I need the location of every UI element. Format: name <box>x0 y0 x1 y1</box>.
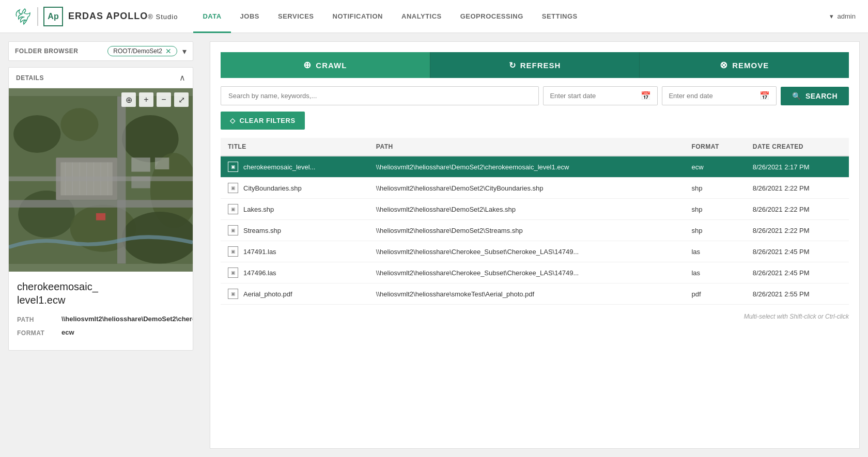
row-icon: ▣ <box>228 246 238 257</box>
refresh-icon: ↻ <box>509 60 516 70</box>
cell-path: \\heliosvmlt2\heliosshare\DemoSet2\chero… <box>369 156 685 178</box>
col-date: DATE CREATED <box>746 138 849 156</box>
refresh-label: REFRESH <box>520 61 561 70</box>
row-icon: ▣ <box>228 183 238 193</box>
cell-path: \\heliosvmlt2\heliosshare\DemoSet2\CityB… <box>369 178 685 199</box>
nav-geoprocessing[interactable]: GEOPROCESSING <box>451 1 533 33</box>
col-path: PATH <box>369 138 685 156</box>
cell-title: ▣ Lakes.shp <box>221 199 369 220</box>
locate-icon[interactable]: ⊕ <box>121 92 136 107</box>
search-button[interactable]: 🔍 SEARCH <box>781 87 849 105</box>
map-svg <box>9 88 193 272</box>
chevron-down-icon: ▾ <box>830 12 833 20</box>
remove-button[interactable]: ⊗ REMOVE <box>640 52 849 78</box>
format-label: FORMAT <box>17 328 53 337</box>
table-row[interactable]: ▣ 147491.las \\heliosvmlt2\heliosshare\C… <box>221 241 849 262</box>
cell-date: 8/26/2021 2:55 PM <box>746 283 849 305</box>
table-row[interactable]: ▣ cherokeemosaic_level... \\heliosvmlt2\… <box>221 156 849 178</box>
toolbar: ⊕ CRAWL ↻ REFRESH ⊗ REMOVE <box>221 52 849 78</box>
remove-label: REMOVE <box>732 61 769 70</box>
main-layout: FOLDER BROWSER ROOT/DemoSet2 ✕ ▾ DETAILS… <box>0 33 868 457</box>
details-header: DETAILS ∧ <box>9 68 193 88</box>
details-title: DETAILS <box>16 74 44 82</box>
row-icon: ▣ <box>228 267 238 278</box>
cell-path: \\heliosvmlt2\heliosshare\smokeTest\Aeri… <box>369 283 685 305</box>
svg-rect-19 <box>9 200 193 208</box>
folder-tag[interactable]: ROOT/DemoSet2 ✕ <box>107 46 177 56</box>
cell-format: las <box>684 241 745 262</box>
calendar-icon[interactable]: 📅 <box>641 91 651 101</box>
table-body: ▣ cherokeemosaic_level... \\heliosvmlt2\… <box>221 156 849 305</box>
map-controls: ⊕ + − ⤢ <box>121 92 189 107</box>
table-row[interactable]: ▣ Lakes.shp \\heliosvmlt2\heliosshare\De… <box>221 199 849 220</box>
table-header: TITLE PATH FORMAT DATE CREATED <box>221 138 849 156</box>
svg-point-3 <box>60 108 98 141</box>
path-label: PATH <box>17 315 53 323</box>
table-row[interactable]: ▣ Streams.shp \\heliosvmlt2\heliosshare\… <box>221 220 849 241</box>
svg-point-2 <box>13 115 60 153</box>
cell-format: shp <box>684 199 745 220</box>
user-menu[interactable]: ▾ admin <box>830 12 856 20</box>
folder-tag-text: ROOT/DemoSet2 <box>113 48 162 55</box>
nav-services[interactable]: SERVICES <box>269 1 323 33</box>
expand-icon[interactable]: ⤢ <box>174 92 189 107</box>
row-icon: ▣ <box>228 162 238 172</box>
search-bar: 📅 📅 🔍 SEARCH <box>221 86 849 105</box>
svg-rect-23 <box>155 157 169 169</box>
refresh-button[interactable]: ↻ REFRESH <box>430 52 640 78</box>
search-label: SEARCH <box>805 92 838 100</box>
cell-date: 8/26/2021 2:22 PM <box>746 220 849 241</box>
multiselect-hint: Multi-select with Shift-click or Ctrl-cl… <box>221 313 849 320</box>
table-row[interactable]: ▣ Aerial_photo.pdf \\heliosvmlt2\helioss… <box>221 283 849 305</box>
col-format: FORMAT <box>684 138 745 156</box>
start-date-input[interactable] <box>550 92 637 100</box>
search-name-input[interactable] <box>221 86 539 105</box>
end-date-input[interactable] <box>669 92 755 100</box>
chevron-down-icon[interactable]: ▾ <box>182 46 187 56</box>
details-collapse-icon[interactable]: ∧ <box>179 73 185 83</box>
folder-browser-bar: FOLDER BROWSER ROOT/DemoSet2 ✕ ▾ <box>8 41 193 61</box>
eagle-icon <box>12 7 32 26</box>
title-text: Streams.shp <box>243 227 281 234</box>
title-text: cherokeemosaic_level... <box>243 163 315 171</box>
end-date-input-wrapper: 📅 <box>662 86 777 105</box>
header: Ap ERDAS APOLLO® Studio DATA JOBS SERVIC… <box>0 0 868 33</box>
cell-date: 8/26/2021 2:22 PM <box>746 199 849 220</box>
map-preview: ⊕ + − ⤢ <box>9 88 193 272</box>
app-name: ERDAS APOLLO® Studio <box>68 11 178 22</box>
title-text: 147491.las <box>243 248 276 256</box>
cell-title: ▣ cherokeemosaic_level... <box>221 156 369 178</box>
table-row[interactable]: ▣ 147496.las \\heliosvmlt2\heliosshare\C… <box>221 262 849 283</box>
cell-path: \\heliosvmlt2\heliosshare\Cherokee_Subse… <box>369 262 685 283</box>
nav-notification[interactable]: NOTIFICATION <box>323 1 392 33</box>
format-value: ecw <box>61 328 74 336</box>
nav-jobs[interactable]: JOBS <box>231 1 269 33</box>
table-row[interactable]: ▣ CityBoundaries.shp \\heliosvmlt2\helio… <box>221 178 849 199</box>
row-icon: ▣ <box>228 204 238 214</box>
nav-settings[interactable]: SETTINGS <box>533 1 587 33</box>
content-area: ⊕ CRAWL ↻ REFRESH ⊗ REMOVE 📅 📅 <box>210 41 860 449</box>
cell-title: ▣ 147491.las <box>221 241 369 262</box>
logo-box: Ap <box>43 7 63 26</box>
cell-path: \\heliosvmlt2\heliosshare\DemoSet2\Strea… <box>369 220 685 241</box>
cell-date: 8/26/2021 2:45 PM <box>746 262 849 283</box>
nav-analytics[interactable]: ANALYTICS <box>392 1 451 33</box>
zoom-out-icon[interactable]: − <box>157 92 171 107</box>
zoom-in-icon[interactable]: + <box>139 92 153 107</box>
format-row: FORMAT ecw <box>17 328 184 337</box>
cell-path: \\heliosvmlt2\heliosshare\Cherokee_Subse… <box>369 241 685 262</box>
sidebar: FOLDER BROWSER ROOT/DemoSet2 ✕ ▾ DETAILS… <box>0 33 202 457</box>
crawl-label: CRAWL <box>316 61 347 70</box>
x-circle-icon: ⊗ <box>720 59 728 71</box>
crawl-button[interactable]: ⊕ CRAWL <box>221 52 430 78</box>
cell-format: shp <box>684 178 745 199</box>
clear-filters-button[interactable]: ◇ CLEAR FILTERS <box>221 112 305 130</box>
folder-tag-close-icon[interactable]: ✕ <box>165 48 172 55</box>
cell-format: shp <box>684 220 745 241</box>
logo-area: Ap ERDAS APOLLO® Studio <box>12 7 178 26</box>
nav-data[interactable]: DATA <box>193 1 230 33</box>
plus-circle-icon: ⊕ <box>303 59 312 71</box>
calendar-icon[interactable]: 📅 <box>760 91 770 101</box>
cell-format: ecw <box>684 156 745 178</box>
cell-date: 8/26/2021 2:22 PM <box>746 178 849 199</box>
